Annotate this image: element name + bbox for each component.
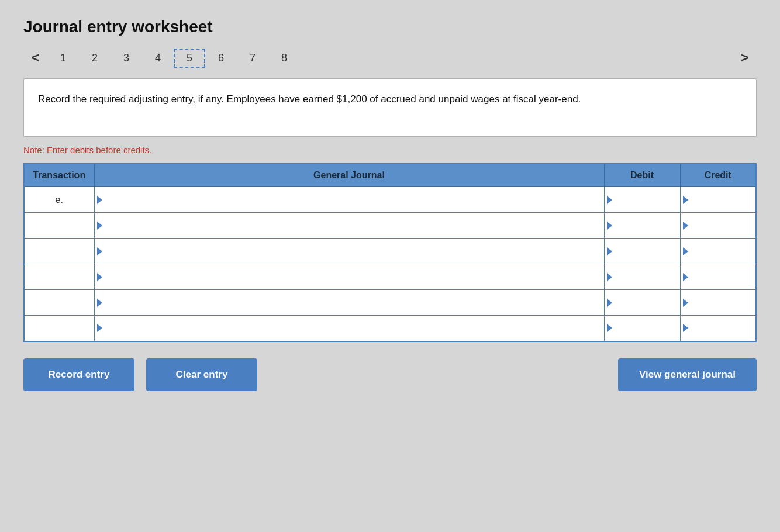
debit-input[interactable] (615, 290, 678, 315)
credit-input[interactable] (691, 239, 754, 264)
page-8[interactable]: 8 (268, 49, 300, 68)
main-container: Journal entry worksheet < 1 2 3 4 5 6 7 … (23, 18, 757, 391)
debit-input[interactable] (615, 239, 678, 264)
triangle-icon (97, 324, 102, 332)
debit-input[interactable] (615, 316, 678, 341)
col-credit: Credit (680, 164, 756, 187)
credit-cell[interactable] (680, 187, 756, 213)
table-row: e. (24, 187, 756, 213)
buttons-row: Record entry Clear entry View general jo… (23, 358, 757, 391)
triangle-icon (607, 324, 612, 332)
credit-cell[interactable] (680, 290, 756, 316)
general-journal-cell[interactable] (94, 264, 604, 290)
credit-cell[interactable] (680, 213, 756, 239)
table-row (24, 316, 756, 341)
triangle-icon (683, 273, 688, 281)
general-journal-input[interactable] (105, 187, 602, 212)
triangle-icon (683, 299, 688, 307)
triangle-icon (683, 222, 688, 230)
pagination: < 1 2 3 4 5 6 7 8 > (23, 47, 757, 69)
transaction-cell (24, 264, 94, 290)
debit-cell[interactable] (604, 239, 680, 264)
debit-cell[interactable] (604, 316, 680, 341)
next-arrow[interactable]: > (733, 47, 757, 69)
general-journal-cell[interactable] (94, 290, 604, 316)
transaction-cell (24, 213, 94, 239)
journal-table: Transaction General Journal Debit Credit… (23, 163, 757, 342)
page-7[interactable]: 7 (237, 49, 268, 68)
triangle-icon (683, 196, 688, 204)
record-entry-button[interactable]: Record entry (23, 358, 134, 391)
view-general-journal-button[interactable]: View general journal (618, 358, 757, 391)
col-debit: Debit (604, 164, 680, 187)
triangle-icon (607, 299, 612, 307)
triangle-icon (97, 299, 102, 307)
debit-cell[interactable] (604, 213, 680, 239)
debit-input[interactable] (615, 213, 678, 238)
credit-input[interactable] (691, 290, 754, 315)
triangle-icon (97, 196, 102, 204)
page-6[interactable]: 6 (205, 49, 237, 68)
triangle-icon (97, 273, 102, 281)
credit-cell[interactable] (680, 264, 756, 290)
table-row (24, 264, 756, 290)
triangle-icon (607, 196, 612, 204)
credit-cell[interactable] (680, 316, 756, 341)
col-general-journal: General Journal (94, 164, 604, 187)
triangle-icon (607, 247, 612, 255)
instruction-text: Record the required adjusting entry, if … (38, 94, 581, 105)
table-row (24, 213, 756, 239)
credit-input[interactable] (691, 187, 754, 212)
transaction-cell (24, 239, 94, 264)
triangle-icon (683, 247, 688, 255)
page-3[interactable]: 3 (111, 49, 142, 68)
table-row (24, 290, 756, 316)
debit-cell[interactable] (604, 290, 680, 316)
clear-entry-button[interactable]: Clear entry (146, 358, 257, 391)
credit-input[interactable] (691, 316, 754, 341)
page-4[interactable]: 4 (142, 49, 174, 68)
table-row (24, 239, 756, 264)
page-title: Journal entry worksheet (23, 18, 757, 36)
triangle-icon (97, 222, 102, 230)
credit-input[interactable] (691, 213, 754, 238)
note-text: Note: Enter debits before credits. (23, 145, 757, 155)
general-journal-input[interactable] (105, 213, 602, 238)
page-1[interactable]: 1 (47, 49, 79, 68)
triangle-icon (97, 247, 102, 255)
debit-input[interactable] (615, 187, 678, 212)
general-journal-input[interactable] (105, 239, 602, 264)
credit-cell[interactable] (680, 239, 756, 264)
debit-cell[interactable] (604, 264, 680, 290)
general-journal-input[interactable] (105, 316, 602, 341)
instruction-box: Record the required adjusting entry, if … (23, 78, 757, 137)
debit-input[interactable] (615, 264, 678, 289)
general-journal-input[interactable] (105, 290, 602, 315)
prev-arrow[interactable]: < (23, 47, 47, 69)
general-journal-cell[interactable] (94, 239, 604, 264)
general-journal-cell[interactable] (94, 213, 604, 239)
col-transaction: Transaction (24, 164, 94, 187)
page-2[interactable]: 2 (79, 49, 111, 68)
general-journal-cell[interactable] (94, 316, 604, 341)
transaction-cell (24, 316, 94, 341)
general-journal-cell[interactable] (94, 187, 604, 213)
page-5-active[interactable]: 5 (174, 49, 205, 68)
general-journal-input[interactable] (105, 264, 602, 289)
debit-cell[interactable] (604, 187, 680, 213)
triangle-icon (607, 273, 612, 281)
credit-input[interactable] (691, 264, 754, 289)
transaction-cell: e. (24, 187, 94, 213)
triangle-icon (683, 324, 688, 332)
triangle-icon (607, 222, 612, 230)
transaction-cell (24, 290, 94, 316)
